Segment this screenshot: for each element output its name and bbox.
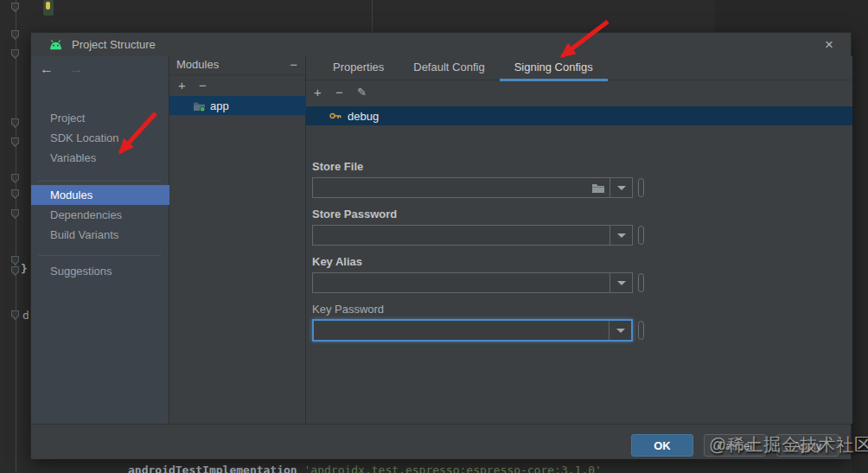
code-fold-icon [11,256,19,265]
chevron-down-icon [616,329,625,333]
hide-panel-icon[interactable]: − [290,57,297,72]
nav-divider [38,255,161,256]
close-icon[interactable]: × [820,35,839,54]
dialog-title: Project Structure [72,38,156,51]
code-fold-icon [11,3,19,12]
modules-toolbar: + − [169,75,305,96]
edit-config-button[interactable]: ✎ [357,82,367,103]
editor-char: d [22,309,29,322]
code-fold-icon [11,118,19,128]
nav-item-modules[interactable]: Modules [31,185,169,205]
editor-intention-bulb-icon [43,0,54,16]
store-file-field [312,177,633,198]
tab-default-config[interactable]: Default Config [399,56,499,80]
android-module-folder-icon [193,100,206,112]
signing-config-name: debug [348,110,379,123]
project-structure-dialog: Project Structure × ← → Project SDK Loca… [30,32,852,458]
editor-panel-shade [852,32,868,473]
store-file-label: Store File [312,160,363,173]
field-indicator-pill [638,321,644,340]
tab-signing-configs[interactable]: Signing Configs [500,56,608,80]
code-fold-icon [11,137,19,147]
field-indicator-pill [638,226,644,245]
key-password-dropdown-button[interactable] [609,321,631,340]
code-keyword: androidTestImplementation [128,463,297,473]
chevron-down-icon [617,186,626,190]
signing-configs-toolbar: + − ✎ [306,82,852,105]
tab-properties[interactable]: Properties [318,56,399,80]
chevron-down-icon [617,233,626,238]
modules-panel-title: Modules [176,58,219,71]
key-alias-label: Key Alias [312,255,362,268]
editor-gutter-line [16,0,16,473]
key-password-label: Key Password [312,303,384,316]
nav-back-icon[interactable]: ← [40,61,54,76]
module-name: app [210,99,229,112]
module-list-item-app[interactable]: app [169,96,306,115]
store-password-dropdown-button[interactable] [610,226,632,245]
key-password-input[interactable] [314,321,609,340]
nav-item-dependencies[interactable]: Dependencies [31,205,169,225]
key-icon [329,111,341,121]
signing-config-item-debug[interactable]: debug [306,106,852,125]
nav-divider [38,181,161,182]
code-fold-icon [11,174,19,183]
dialog-nav-sidebar: ← → Project SDK Location Variables Modul… [31,56,169,424]
code-fold-icon [11,266,19,276]
dialog-titlebar: Project Structure × [31,33,851,57]
key-alias-input[interactable] [313,273,610,292]
modules-panel: Modules − + − app [169,56,306,424]
key-alias-field [312,272,633,293]
store-file-dropdown-button[interactable] [610,178,632,197]
nav-item-project[interactable]: Project [31,108,169,128]
code-fold-icon [11,30,19,40]
key-password-field [312,319,633,342]
android-icon [48,39,63,50]
remove-config-button[interactable]: − [335,82,343,103]
add-module-button[interactable]: + [178,75,186,96]
code-fold-icon [11,189,19,199]
nav-forward-icon[interactable]: → [69,61,83,76]
detail-tabbar: Properties Default Config Signing Config… [306,56,852,80]
ok-button[interactable]: OK [631,434,693,457]
key-alias-dropdown-button[interactable] [610,273,632,292]
code-fold-icon [11,310,19,320]
watermark: @稀土掘金技术社区 [709,433,868,457]
store-password-label: Store Password [312,208,397,221]
code-fold-icon [11,209,19,219]
editor-split-line [372,0,373,32]
modules-panel-header: Modules − [169,56,305,75]
remove-module-button[interactable]: − [199,75,207,96]
detail-panel: Properties Default Config Signing Config… [306,56,852,424]
code-string: 'androidx.test.espresso:espresso-core:3.… [304,463,602,473]
code-fold-icon [11,49,19,59]
nav-item-sdk-location[interactable]: SDK Location [31,128,169,148]
editor-brace: } [21,262,28,275]
nav-item-suggestions[interactable]: Suggestions [31,261,169,281]
nav-item-build-variants[interactable]: Build Variants [31,225,169,245]
editor-panel-shade [715,0,868,32]
browse-folder-icon[interactable] [587,178,610,197]
store-password-field [312,225,633,246]
field-indicator-pill [638,273,644,292]
field-indicator-pill [638,178,644,197]
editor-code-line: androidTestImplementation 'androidx.test… [128,463,602,473]
chevron-down-icon [617,281,626,285]
store-password-input[interactable] [313,226,610,245]
add-config-button[interactable]: + [314,82,322,103]
store-file-input[interactable] [313,178,587,197]
nav-item-variables[interactable]: Variables [31,148,169,168]
